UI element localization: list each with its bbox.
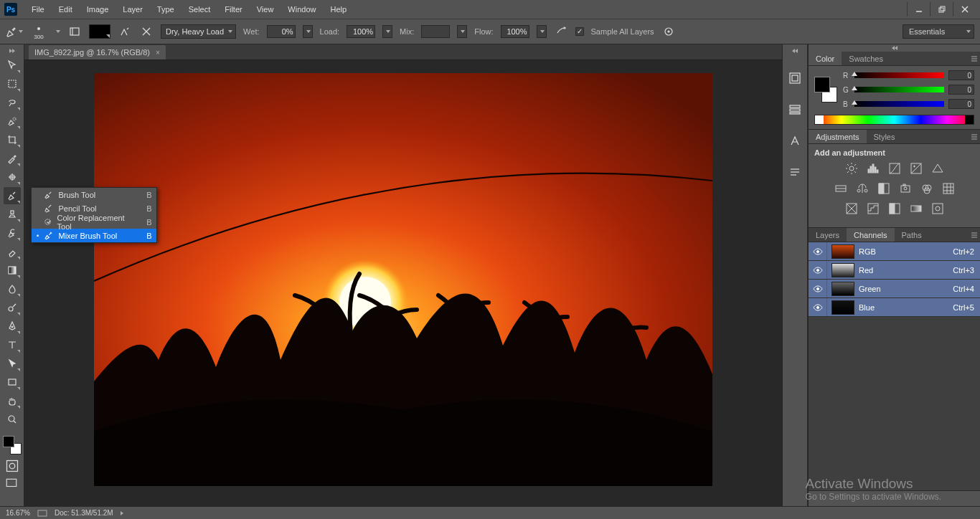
menu-help[interactable]: Help xyxy=(323,2,354,16)
mix-input[interactable] xyxy=(421,25,450,38)
flyout-brush-tool[interactable]: Brush ToolB xyxy=(32,188,156,201)
gradient-tool[interactable] xyxy=(4,262,21,279)
dodge-tool[interactable] xyxy=(4,299,21,316)
menu-file[interactable]: File xyxy=(24,2,52,16)
invert-icon[interactable] xyxy=(844,201,859,216)
zoom-level[interactable]: 16.67% xyxy=(6,509,30,517)
tablet-pressure-icon[interactable] xyxy=(661,24,676,39)
paragraph-panel-icon[interactable] xyxy=(787,165,803,181)
brush-size-dropdown[interactable] xyxy=(56,30,60,33)
flyout-mixer-brush-tool[interactable]: •Mixer Brush ToolB xyxy=(32,229,156,242)
history-panel-icon[interactable] xyxy=(787,70,803,86)
history-brush-tool[interactable] xyxy=(4,224,21,242)
exposure-icon[interactable] xyxy=(909,161,923,176)
screen-mode-icon[interactable] xyxy=(5,476,19,490)
color-fgbg-swatch[interactable] xyxy=(814,77,837,103)
document-tab[interactable]: IMG_8922.jpg @ 16.7% (RGB/8) × xyxy=(29,45,166,59)
window-close-button[interactable] xyxy=(953,2,976,16)
channel-row-red[interactable]: Red Ctrl+3 xyxy=(809,261,980,280)
character-panel-icon[interactable] xyxy=(787,133,803,149)
r-value[interactable]: 0 xyxy=(948,70,974,80)
lasso-tool[interactable] xyxy=(4,94,21,111)
adjustments-panel-menu[interactable] xyxy=(969,130,980,143)
menu-filter[interactable]: Filter xyxy=(217,2,249,16)
brush-size-picker[interactable]: 300 xyxy=(30,24,47,40)
quick-select-tool[interactable] xyxy=(4,113,21,130)
zoom-tool[interactable] xyxy=(4,411,21,428)
adjustments-tab[interactable]: Adjustments xyxy=(809,130,867,143)
properties-panel-icon[interactable] xyxy=(787,102,803,118)
selective-color-icon[interactable] xyxy=(930,201,945,216)
mix-dropdown[interactable] xyxy=(457,25,467,38)
eraser-tool[interactable] xyxy=(4,243,21,260)
menu-view[interactable]: View xyxy=(250,2,281,16)
channel-row-green[interactable]: Green Ctrl+4 xyxy=(809,280,980,298)
eyedropper-tool[interactable] xyxy=(4,150,21,167)
flyout-color-replacement-tool[interactable]: Color Replacement ToolB xyxy=(32,215,156,229)
clone-stamp-tool[interactable] xyxy=(4,206,21,223)
curves-icon[interactable] xyxy=(887,161,902,176)
posterize-icon[interactable] xyxy=(866,201,880,216)
doc-size[interactable]: Doc: 51.3M/51.2M xyxy=(55,509,113,517)
load-brush-icon[interactable] xyxy=(118,24,132,39)
visibility-eye-icon[interactable] xyxy=(809,280,827,297)
visibility-eye-icon[interactable] xyxy=(809,242,827,260)
current-tool-icon[interactable] xyxy=(6,23,23,40)
g-value[interactable]: 0 xyxy=(948,85,974,95)
channels-panel-menu[interactable] xyxy=(969,228,980,242)
wet-input[interactable]: 0% xyxy=(267,25,296,38)
color-ramp[interactable] xyxy=(814,115,974,125)
close-tab-icon[interactable]: × xyxy=(156,49,160,57)
foreground-background-swatch[interactable] xyxy=(3,436,22,454)
marquee-tool[interactable] xyxy=(4,75,21,92)
channel-row-rgb[interactable]: RGB Ctrl+2 xyxy=(809,242,980,261)
canvas[interactable] xyxy=(24,60,782,506)
shape-tool[interactable] xyxy=(4,373,21,391)
flow-input[interactable]: 100% xyxy=(501,25,529,38)
healing-tool[interactable] xyxy=(4,168,21,186)
brush-tool[interactable]: Brush ToolB Pencil ToolB Color Replaceme… xyxy=(4,187,21,204)
load-dropdown[interactable] xyxy=(382,25,392,38)
threshold-icon[interactable] xyxy=(887,201,902,216)
status-more-icon[interactable] xyxy=(121,511,123,515)
styles-tab[interactable]: Styles xyxy=(867,130,903,143)
clean-brush-icon[interactable] xyxy=(139,24,154,39)
photo-filter-icon[interactable] xyxy=(898,181,913,196)
channel-row-blue[interactable]: Blue Ctrl+5 xyxy=(809,298,980,317)
workspace-switcher[interactable]: Essentials xyxy=(903,24,974,39)
pen-tool[interactable] xyxy=(4,318,21,335)
levels-icon[interactable] xyxy=(866,161,880,176)
sample-all-layers-checkbox[interactable]: ✓ xyxy=(575,27,584,36)
menu-select[interactable]: Select xyxy=(182,2,218,16)
paths-tab[interactable]: Paths xyxy=(895,228,929,242)
hand-tool[interactable] xyxy=(4,392,21,409)
flow-dropdown[interactable] xyxy=(537,25,547,38)
vibrance-icon[interactable] xyxy=(930,161,945,176)
quick-mask-icon[interactable] xyxy=(5,459,19,473)
visibility-eye-icon[interactable] xyxy=(809,298,827,316)
current-color-swatch[interactable] xyxy=(89,24,110,39)
window-restore-button[interactable] xyxy=(930,2,953,16)
blur-tool[interactable] xyxy=(4,280,21,297)
path-select-tool[interactable] xyxy=(4,355,21,372)
gradient-map-icon[interactable] xyxy=(909,201,923,216)
status-info-icon[interactable] xyxy=(37,510,47,517)
brush-preset-dropdown[interactable]: Dry, Heavy Load xyxy=(161,24,236,39)
move-tool[interactable] xyxy=(4,57,21,74)
channels-tab[interactable]: Channels xyxy=(847,228,894,242)
brush-panel-toggle[interactable] xyxy=(67,24,82,39)
visibility-eye-icon[interactable] xyxy=(809,261,827,279)
crop-tool[interactable] xyxy=(4,131,21,148)
layers-tab[interactable]: Layers xyxy=(809,228,847,242)
type-tool[interactable] xyxy=(4,336,21,353)
color-lookup-icon[interactable] xyxy=(941,181,956,196)
channel-mixer-icon[interactable] xyxy=(920,181,934,196)
bw-icon[interactable] xyxy=(877,181,891,196)
wet-dropdown[interactable] xyxy=(303,25,313,38)
menu-layer[interactable]: Layer xyxy=(116,2,150,16)
menu-edit[interactable]: Edit xyxy=(52,2,80,16)
window-minimize-button[interactable] xyxy=(907,2,930,16)
color-balance-icon[interactable] xyxy=(855,181,870,196)
menu-image[interactable]: Image xyxy=(80,2,116,16)
load-input[interactable]: 100% xyxy=(347,25,375,38)
